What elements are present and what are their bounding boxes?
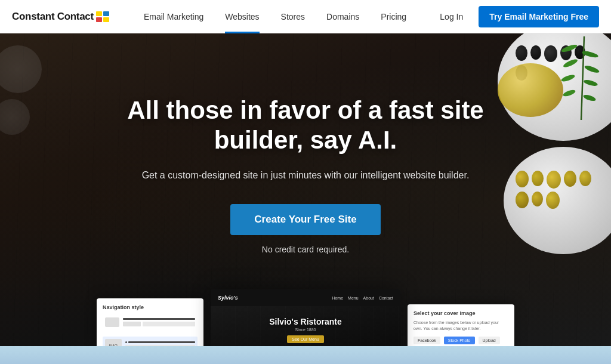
login-button[interactable]: Log In	[431, 7, 471, 26]
option-stock-photo[interactable]: Stock Photo	[444, 337, 475, 344]
svg-rect-2	[96, 17, 102, 22]
navbar: Constant Contact Email Marketing Website…	[0, 0, 611, 33]
preview-nav-menu: Menu	[348, 296, 359, 300]
preview-restaurant-tagline: Since 1880	[295, 328, 316, 332]
main-nav: Email Marketing Websites Stores Domains …	[133, 0, 431, 33]
right-panel-description: Choose from the images below or upload y…	[413, 320, 508, 332]
navbar-actions: Log In Try Email Marketing Free	[431, 6, 599, 27]
left-panel-title: Navigation style	[103, 304, 198, 310]
try-cta-button[interactable]: Try Email Marketing Free	[479, 6, 599, 27]
nav-item-stores[interactable]: Stores	[270, 0, 316, 33]
nav-option-top-preview	[105, 317, 119, 327]
right-panel-title: Select your cover image	[413, 310, 508, 316]
option-upload[interactable]: Upload	[479, 337, 500, 344]
option-facebook[interactable]: Facebook	[413, 337, 440, 344]
nav-item-websites[interactable]: Websites	[214, 0, 270, 33]
preview-logo-text: Sylvio's	[218, 295, 238, 301]
svg-rect-3	[103, 17, 109, 22]
nav-item-email-marketing[interactable]: Email Marketing	[133, 0, 214, 33]
preview-restaurant-button: See Our Menu	[287, 335, 324, 343]
preview-nav-about: About	[363, 296, 374, 300]
svg-rect-0	[96, 11, 102, 16]
cover-image-options: Facebook Stock Photo Upload	[413, 337, 508, 344]
preview-nav-links: Home Menu About Contact	[332, 296, 393, 300]
nav-item-domains[interactable]: Domains	[316, 0, 370, 33]
brand-icon	[96, 11, 109, 22]
brand-logo[interactable]: Constant Contact	[12, 11, 109, 23]
hero-title: All those in favor of a fast site builde…	[119, 95, 492, 156]
nav-option-top	[103, 315, 198, 329]
hero-subtitle: Get a custom-designed site in just minut…	[142, 168, 470, 183]
hero-decoration-left	[0, 45, 54, 165]
hero-note: No credit card required.	[262, 245, 349, 254]
preview-main-navbar: Sylvio's Home Menu About Contact	[211, 289, 400, 306]
bottom-strip	[0, 346, 611, 364]
nav-item-pricing[interactable]: Pricing	[370, 0, 417, 33]
svg-rect-1	[103, 11, 109, 16]
preview-nav-home: Home	[332, 296, 343, 300]
preview-restaurant-name: Silvio's Ristorante	[269, 317, 342, 326]
preview-nav-contact: Contact	[379, 296, 393, 300]
hero-section: All those in favor of a fast site builde…	[0, 33, 611, 364]
create-site-button[interactable]: Create Your Free Site	[230, 204, 380, 235]
brand-name: Constant Contact	[12, 11, 94, 23]
